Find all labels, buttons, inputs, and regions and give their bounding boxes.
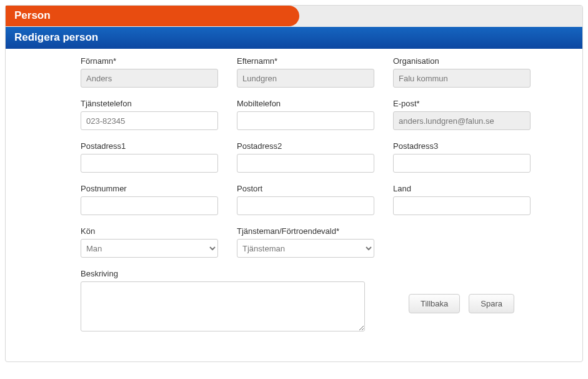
button-row: Tillbaka Spara (384, 269, 514, 313)
label-efternamn: Efternamn* (237, 56, 374, 66)
field-postadress1: Postadress1 (81, 141, 218, 173)
label-postadress2: Postadress2 (237, 141, 374, 151)
field-organisation: Organisation (393, 56, 531, 88)
input-tjanstetelefon[interactable] (81, 111, 218, 130)
field-postadress2: Postadress2 (237, 141, 374, 173)
input-fornamn[interactable] (81, 69, 218, 88)
label-beskrivning: Beskriving (81, 269, 365, 278)
field-efternamn: Efternamn* (237, 56, 374, 88)
input-postnummer[interactable] (81, 196, 218, 215)
label-epost: E-post* (393, 99, 531, 108)
tillbaka-button[interactable]: Tillbaka (409, 294, 460, 313)
field-land: Land (393, 184, 531, 215)
field-postnummer: Postnummer (81, 184, 218, 215)
input-land[interactable] (393, 196, 531, 215)
field-epost: E-post* (393, 99, 531, 130)
label-postort: Postort (237, 184, 374, 193)
input-organisation[interactable] (393, 69, 531, 88)
label-fornamn: Förnamn* (81, 56, 218, 66)
label-postnummer: Postnummer (81, 184, 218, 193)
select-tjansteman[interactable]: Tjänsteman (237, 239, 374, 258)
input-postort[interactable] (237, 196, 374, 215)
field-postort: Postort (237, 184, 374, 215)
field-fornamn: Förnamn* (81, 56, 218, 88)
field-beskrivning: Beskriving (81, 269, 365, 331)
label-organisation: Organisation (393, 56, 531, 66)
form-area: Förnamn* Efternamn* Organisation Tjänste… (6, 49, 582, 361)
label-postadress3: Postadress3 (393, 141, 531, 151)
label-kon: Kön (81, 226, 218, 236)
person-card: Person Redigera person Förnamn* Efternam… (5, 5, 583, 362)
spara-button[interactable]: Spara (469, 294, 514, 313)
input-mobiltelefon[interactable] (237, 111, 374, 130)
textarea-beskrivning[interactable] (81, 281, 365, 331)
input-postadress2[interactable] (237, 154, 374, 173)
input-postadress1[interactable] (81, 154, 218, 173)
label-postadress1: Postadress1 (81, 141, 218, 151)
header-bar: Person (6, 6, 582, 27)
label-tjanstetelefon: Tjänstetelefon (81, 99, 218, 108)
field-tjanstetelefon: Tjänstetelefon (81, 99, 218, 130)
field-mobiltelefon: Mobiltelefon (237, 99, 374, 130)
label-land: Land (393, 184, 531, 193)
section-pill: Person (6, 6, 299, 26)
input-epost[interactable] (393, 111, 531, 130)
label-tjansteman: Tjänsteman/Förtroendevald* (237, 226, 374, 236)
field-kon: Kön Man (81, 226, 218, 258)
input-efternamn[interactable] (237, 69, 374, 88)
field-tjansteman: Tjänsteman/Förtroendevald* Tjänsteman (237, 226, 374, 258)
select-kon[interactable]: Man (81, 239, 218, 258)
label-mobiltelefon: Mobiltelefon (237, 99, 374, 108)
sub-header: Redigera person (6, 27, 582, 49)
input-postadress3[interactable] (393, 154, 531, 173)
field-postadress3: Postadress3 (393, 141, 531, 173)
